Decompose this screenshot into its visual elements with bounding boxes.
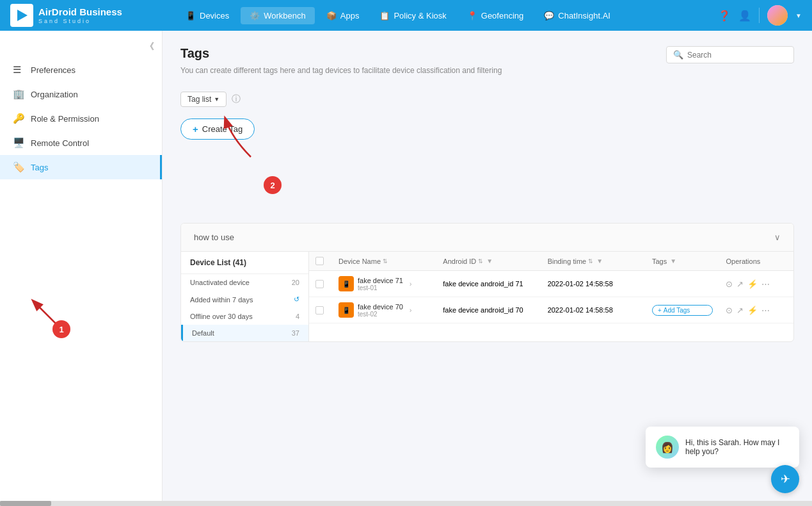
dl-item-unactivated[interactable]: Unactivated device 20	[181, 274, 308, 291]
add-tags-icon: +	[658, 307, 662, 314]
search-input[interactable]	[687, 51, 787, 60]
avatar-image	[767, 5, 788, 26]
workbench-icon: ⚙️	[250, 11, 260, 20]
nav-apps[interactable]: 📦 Apps	[317, 7, 369, 24]
sidebar-organization-label: Organization	[31, 90, 78, 99]
nav-chatinsight[interactable]: 💬 ChatInsight.AI	[535, 7, 619, 24]
op-icon-2d[interactable]: ⋯	[761, 306, 770, 315]
nav-apps-label: Apps	[340, 11, 360, 20]
op-icon-1b[interactable]: ↗	[736, 279, 744, 289]
tags-icon: 🏷️	[13, 161, 24, 173]
td-binding-1: 2022-01-02 14:58:58	[541, 275, 646, 293]
logo-text: AirDroid Business Sand Studio	[38, 6, 122, 25]
sidebar-item-role-permission[interactable]: 🔑 Role & Permission	[0, 106, 162, 131]
chat-fab-button[interactable]: ✈	[771, 465, 799, 493]
chatinsight-icon: 💬	[544, 11, 554, 20]
top-navigation: AirDroid Business Sand Studio 📱 Devices …	[0, 0, 812, 31]
organization-icon: 🏢	[13, 88, 24, 100]
op-icon-1c[interactable]: ⚡	[747, 279, 758, 289]
nav-policy[interactable]: 📋 Policy & Kiosk	[370, 7, 455, 24]
nav-workbench-label: Workbench	[264, 11, 306, 20]
device-expand-1[interactable]: ›	[410, 281, 411, 288]
td-checkbox-1[interactable]	[309, 275, 332, 293]
filter-tags-icon: ▼	[670, 257, 676, 265]
table-row: 📱 fake device 71 test-01 › fake device a…	[309, 271, 793, 297]
panel-header[interactable]: how to use ∨	[181, 224, 793, 252]
account-dropdown-icon[interactable]: ▼	[795, 12, 802, 19]
op-icon-2a[interactable]: ⊙	[726, 306, 733, 315]
dl-unactivated-count: 20	[292, 279, 299, 286]
td-android-1: fake device android_id 71	[436, 275, 541, 293]
content-area: Tags You can create different tags here …	[163, 31, 812, 370]
create-tag-button[interactable]: + Create Tag	[180, 118, 255, 140]
help-icon[interactable]: ❓	[718, 10, 731, 22]
user-icon[interactable]: 👤	[738, 10, 751, 22]
dl-offline-label: Offline over 30 days	[190, 313, 253, 320]
panel-title: how to use	[194, 233, 234, 242]
th-device-name[interactable]: Device Name ⇅	[332, 252, 436, 270]
td-ops-1: ⊙ ↗ ⚡ ⋯	[719, 274, 793, 294]
bottom-scrollbar[interactable]	[0, 501, 812, 506]
scrollbar-thumb	[0, 501, 51, 506]
add-tags-button[interactable]: + Add Tags	[652, 305, 713, 316]
dl-item-added[interactable]: Added within 7 days ↺	[181, 291, 308, 308]
sidebar: 《 ☰ Preferences 🏢 Organization 🔑 Role & …	[0, 31, 163, 506]
brand-sub: Sand Studio	[38, 18, 122, 25]
th-binding-label: Binding time	[548, 257, 587, 265]
android-id-1: fake device android_id 71	[443, 280, 523, 288]
td-device-name-2: 📱 fake device 70 test-02 ›	[332, 297, 436, 323]
page-description: You can create different tags here and t…	[180, 66, 502, 75]
th-operations: Operations	[719, 252, 793, 270]
sidebar-item-remote-control[interactable]: 🖥️ Remote Control	[0, 131, 162, 155]
dl-item-default[interactable]: Default 37	[181, 325, 308, 341]
search-box[interactable]: 🔍	[666, 46, 794, 63]
avatar[interactable]	[767, 5, 788, 26]
dl-unactivated-label: Unactivated device	[190, 279, 250, 286]
op-icon-2b[interactable]: ↗	[736, 306, 744, 315]
td-tags-1	[646, 279, 720, 289]
device-list-panel: Device List (41) Unactivated device 20 A…	[181, 252, 309, 341]
role-icon: 🔑	[13, 113, 24, 124]
th-tags-label: Tags	[652, 257, 667, 265]
td-checkbox-2[interactable]	[309, 301, 332, 320]
sidebar-item-preferences[interactable]: ☰ Preferences	[0, 58, 162, 82]
tag-list-dropdown-icon: ▼	[214, 96, 219, 102]
sidebar-item-organization[interactable]: 🏢 Organization	[0, 82, 162, 106]
help-circle-icon[interactable]: ⓘ	[232, 94, 241, 105]
panel-collapse-icon: ∨	[774, 233, 781, 242]
sidebar-tags-label: Tags	[31, 163, 48, 172]
device-list-header: Device List (41)	[181, 252, 308, 274]
dl-item-offline[interactable]: Offline over 30 days 4	[181, 308, 308, 325]
th-checkbox	[309, 252, 332, 270]
add-tags-label: Add Tags	[664, 307, 690, 314]
collapse-icon[interactable]: 《	[145, 41, 154, 53]
header-checkbox[interactable]	[315, 257, 324, 265]
sidebar-item-tags[interactable]: 🏷️ Tags	[0, 155, 162, 179]
brand-name: AirDroid Business	[38, 6, 122, 18]
geofencing-icon: 📍	[467, 11, 477, 20]
tag-list-button[interactable]: Tag list ▼	[180, 92, 227, 107]
nav-chatinsight-label: ChatInsight.AI	[558, 11, 610, 20]
svg-marker-0	[17, 10, 28, 21]
row1-checkbox[interactable]	[315, 280, 324, 288]
search-icon: 🔍	[673, 50, 683, 60]
nav-geofencing-label: Geofencing	[481, 11, 524, 20]
device-sub-1: test-01	[358, 284, 403, 291]
op-icon-2c[interactable]: ⚡	[747, 306, 758, 315]
row2-checkbox[interactable]	[315, 306, 324, 314]
device-name-1: fake device 71	[358, 277, 403, 284]
th-android-id[interactable]: Android ID ⇅ ▼	[436, 252, 541, 270]
nav-devices[interactable]: 📱 Devices	[177, 7, 238, 24]
nav-geofencing[interactable]: 📍 Geofencing	[458, 7, 533, 24]
binding-time-1: 2022-01-02 14:58:58	[548, 280, 613, 288]
th-tags[interactable]: Tags ▼	[646, 252, 720, 270]
create-tag-label: Create Tag	[202, 124, 243, 134]
th-binding-time[interactable]: Binding time ⇅ ▼	[541, 252, 646, 270]
dl-added-label: Added within 7 days	[190, 296, 253, 304]
device-expand-2[interactable]: ›	[410, 307, 411, 314]
nav-workbench[interactable]: ⚙️ Workbench	[241, 7, 315, 24]
td-android-2: fake device android_id 70	[436, 301, 541, 319]
op-icon-1d[interactable]: ⋯	[761, 279, 770, 289]
tag-list-label: Tag list	[187, 95, 211, 104]
op-icon-1a[interactable]: ⊙	[726, 279, 733, 289]
